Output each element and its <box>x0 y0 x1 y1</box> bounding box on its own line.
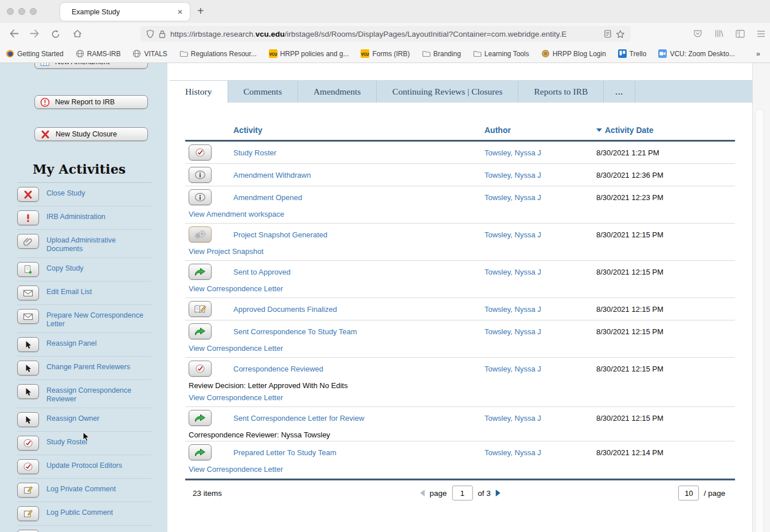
previous-page-icon[interactable] <box>420 490 424 496</box>
activity-type-button[interactable] <box>189 323 212 339</box>
window-controls[interactable] <box>7 8 37 15</box>
activity-item-log-public-comment[interactable]: Log Public Comment <box>17 502 151 526</box>
back-icon[interactable] <box>9 29 19 38</box>
new-tab-button[interactable]: + <box>197 5 204 18</box>
activity-type-button[interactable] <box>189 189 212 205</box>
tab-reports-to-irb[interactable]: Reports to IRB <box>518 81 604 103</box>
tab-more[interactable]: ... <box>604 81 635 103</box>
shield-icon[interactable] <box>146 29 154 38</box>
activity-type-button[interactable] <box>189 226 212 242</box>
activity-icon-button[interactable] <box>17 412 39 427</box>
activity-type-button[interactable] <box>189 264 212 280</box>
bookmark-item[interactable]: Trello <box>618 49 647 58</box>
author-link[interactable]: Towsley, Nyssa J <box>484 268 541 276</box>
activity-icon-button[interactable] <box>17 436 39 451</box>
tab-history[interactable]: History <box>170 81 228 103</box>
author-link[interactable]: Towsley, Nyssa J <box>484 448 541 457</box>
bookmarks-overflow-chevron[interactable]: » <box>756 49 760 58</box>
minimize-window-button[interactable] <box>18 8 25 15</box>
activity-link[interactable]: Prepare New Correspondence Letter <box>46 309 151 328</box>
activity-icon-button[interactable] <box>17 187 39 202</box>
activity-link[interactable]: Reassign Correspondence Reviewer <box>46 384 151 404</box>
author-link[interactable]: Towsley, Nyssa J <box>484 171 541 179</box>
activity-link[interactable]: Log Private Comment <box>46 483 116 494</box>
activity-item-reassign-correspondence-reviewer[interactable]: Reassign Correspondence Reviewer <box>17 380 151 408</box>
activity-link[interactable]: Reassign Owner <box>46 412 99 423</box>
activity-item-reassign-owner[interactable]: Reassign Owner <box>17 408 151 432</box>
close-tab-icon[interactable]: ✕ <box>177 8 183 16</box>
activity-type-button[interactable] <box>189 144 212 161</box>
activity-type-button[interactable] <box>189 444 212 460</box>
activity-item-update-protocol-editors[interactable]: Update Protocol Editors <box>17 455 151 479</box>
column-header-activity[interactable]: Activity <box>233 126 484 135</box>
author-link[interactable]: Towsley, Nyssa J <box>484 327 541 336</box>
activity-link[interactable]: Sent to Approved <box>233 268 291 276</box>
sidebar-button-new-study-closure[interactable]: New Study Closure <box>34 127 148 141</box>
activity-link[interactable]: Amendment Withdrawn <box>233 171 311 179</box>
activity-link[interactable]: Approved Documents Finalized <box>233 305 337 314</box>
activity-link[interactable]: Reassign Panel <box>46 337 97 348</box>
activity-link[interactable]: Edit Email List <box>46 285 92 296</box>
activity-type-button[interactable] <box>189 167 212 183</box>
bookmark-item[interactable]: Learning Tools <box>473 50 529 58</box>
bookmark-item[interactable]: VCUForms (IRB) <box>361 49 409 58</box>
activity-link[interactable]: Create AIRS Review Request <box>46 530 140 532</box>
activity-type-button[interactable] <box>189 301 212 317</box>
bookmark-item[interactable]: HRPP Blog Login <box>541 49 606 58</box>
activity-link[interactable]: Upload Administrative Documents <box>46 234 151 253</box>
menu-hamburger-icon[interactable] <box>757 30 765 37</box>
activity-item-create-airs-review-request[interactable]: Create AIRS Review Request <box>17 526 151 532</box>
activity-item-log-private-comment[interactable]: Log Private Comment <box>17 479 151 502</box>
activity-icon-button[interactable] <box>17 384 39 399</box>
activity-icon-button[interactable] <box>17 530 39 532</box>
activity-item-upload-administrative-documents[interactable]: Upload Administrative Documents <box>17 230 151 258</box>
activity-icon-button[interactable] <box>17 361 39 375</box>
activity-link[interactable]: Close Study <box>46 187 85 198</box>
author-link[interactable]: Towsley, Nyssa J <box>484 414 541 423</box>
activity-link[interactable]: Copy Study <box>46 262 84 273</box>
bookmark-item[interactable]: Regulations Resour... <box>179 50 257 58</box>
activity-link[interactable]: IRB Administration <box>46 210 105 221</box>
activity-icon-button[interactable] <box>17 234 39 249</box>
bookmark-item[interactable]: VITALS <box>132 49 167 58</box>
author-link[interactable]: Towsley, Nyssa J <box>484 193 541 202</box>
bookmark-item[interactable]: RAMS-IRB <box>76 49 121 58</box>
activity-icon-button[interactable] <box>17 210 39 225</box>
activity-type-button[interactable] <box>189 410 212 426</box>
activity-link[interactable]: Sent Correspondence To Study Team <box>233 327 357 336</box>
activity-link[interactable]: Update Protocol Editors <box>46 459 122 470</box>
sub-link[interactable]: View Project Snapshot <box>185 245 735 260</box>
column-header-activity-date[interactable]: Activity Date <box>596 126 735 135</box>
reader-view-icon[interactable] <box>604 30 611 38</box>
activity-link[interactable]: Project Snapshot Generated <box>233 230 327 239</box>
activity-item-prepare-new-correspondence-letter[interactable]: Prepare New Correspondence Letter <box>17 305 151 333</box>
activity-link[interactable]: Log Public Comment <box>46 506 113 517</box>
activity-icon-button[interactable] <box>17 285 39 300</box>
tab-amendments[interactable]: Amendments <box>298 81 377 103</box>
activity-icon-button[interactable] <box>17 309 39 324</box>
author-link[interactable]: Towsley, Nyssa J <box>484 148 541 157</box>
activity-item-close-study[interactable]: Close Study <box>17 183 151 206</box>
activity-icon-button[interactable] <box>17 459 39 474</box>
author-link[interactable]: Towsley, Nyssa J <box>484 230 541 239</box>
activity-item-copy-study[interactable]: Copy Study <box>17 258 151 281</box>
sidebar-button-new-amendment[interactable]: New Amendment <box>34 63 148 69</box>
url-text[interactable]: https://irbstage.research.vcu.edu/irbsta… <box>170 30 600 38</box>
activity-link[interactable]: Prepared Letter To Study Team <box>233 448 336 457</box>
activity-icon-button[interactable] <box>17 337 39 352</box>
reload-icon[interactable] <box>51 30 60 38</box>
zoom-window-button[interactable] <box>30 8 37 15</box>
column-header-author[interactable]: Author <box>484 126 596 135</box>
activity-link[interactable]: Study Roster <box>233 148 276 157</box>
next-page-icon[interactable] <box>496 490 501 496</box>
tab-continuing-reviews-closures[interactable]: Continuing Reviews | Closures <box>377 81 518 103</box>
home-icon[interactable] <box>73 29 82 38</box>
library-icon[interactable] <box>714 29 724 38</box>
close-window-button[interactable] <box>7 8 14 15</box>
sub-link[interactable]: View Correspondence Letter <box>185 463 735 478</box>
activity-icon-button[interactable] <box>17 262 39 277</box>
activity-icon-button[interactable] <box>17 483 39 498</box>
bookmark-item[interactable]: VCUHRPP policies and g... <box>269 49 349 58</box>
bookmark-item[interactable]: Getting Started <box>6 49 64 58</box>
page-number-input[interactable] <box>452 486 472 500</box>
